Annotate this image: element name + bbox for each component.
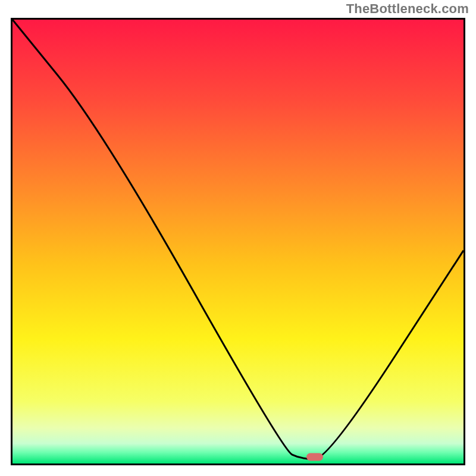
- curve-layer: [12, 20, 464, 464]
- bottleneck-curve: [12, 20, 464, 459]
- optimal-marker: [306, 453, 323, 461]
- watermark-text: TheBottleneck.com: [346, 1, 469, 17]
- chart-container: TheBottleneck.com: [0, 0, 476, 476]
- plot-frame: [11, 18, 465, 465]
